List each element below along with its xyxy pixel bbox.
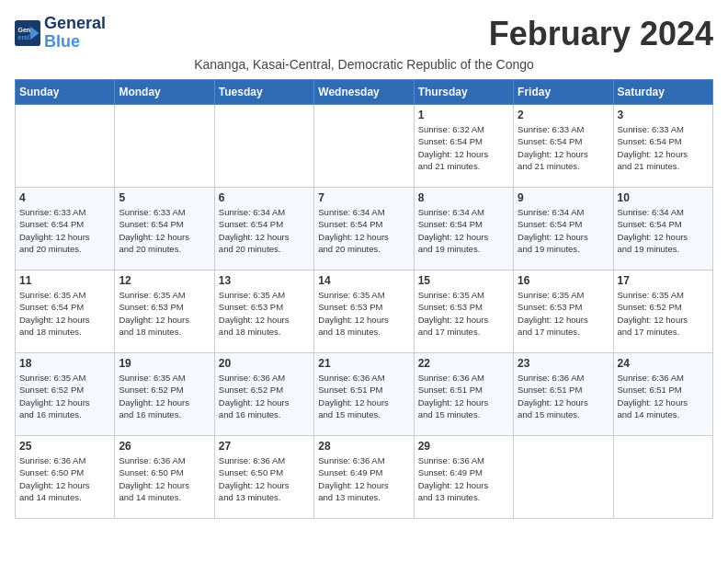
calendar-cell: 10Sunrise: 6:34 AM Sunset: 6:54 PM Dayli… <box>613 188 712 270</box>
calendar-header: Sunday Monday Tuesday Wednesday Thursday… <box>16 80 713 105</box>
calendar-cell: 26Sunrise: 6:36 AM Sunset: 6:50 PM Dayli… <box>115 436 214 519</box>
calendar-cell: 8Sunrise: 6:34 AM Sunset: 6:54 PM Daylig… <box>414 188 513 270</box>
calendar-cell <box>16 105 115 188</box>
calendar-cell: 12Sunrise: 6:35 AM Sunset: 6:53 PM Dayli… <box>115 270 214 353</box>
calendar-cell: 9Sunrise: 6:34 AM Sunset: 6:54 PM Daylig… <box>514 188 613 270</box>
day-number: 25 <box>19 440 110 453</box>
calendar-cell: 6Sunrise: 6:34 AM Sunset: 6:54 PM Daylig… <box>214 188 313 270</box>
day-number: 24 <box>618 357 709 370</box>
day-info: Sunrise: 6:33 AM Sunset: 6:54 PM Dayligh… <box>119 206 210 255</box>
day-info: Sunrise: 6:34 AM Sunset: 6:54 PM Dayligh… <box>318 206 409 255</box>
day-info: Sunrise: 6:34 AM Sunset: 6:54 PM Dayligh… <box>618 206 709 255</box>
day-number: 8 <box>418 191 509 204</box>
day-info: Sunrise: 6:36 AM Sunset: 6:51 PM Dayligh… <box>318 372 409 420</box>
header-monday: Monday <box>115 80 214 105</box>
day-info: Sunrise: 6:36 AM Sunset: 6:51 PM Dayligh… <box>618 372 709 420</box>
day-number: 20 <box>219 357 310 370</box>
day-number: 21 <box>318 357 409 370</box>
calendar-body: 1Sunrise: 6:32 AM Sunset: 6:54 PM Daylig… <box>16 105 713 519</box>
logo: Gen eral General Blue <box>15 15 106 52</box>
logo-icon: Gen eral <box>15 20 40 46</box>
day-info: Sunrise: 6:36 AM Sunset: 6:50 PM Dayligh… <box>119 454 210 503</box>
week-row-2: 4Sunrise: 6:33 AM Sunset: 6:54 PM Daylig… <box>16 188 713 270</box>
day-info: Sunrise: 6:36 AM Sunset: 6:49 PM Dayligh… <box>418 454 509 503</box>
location-text: Kananga, Kasai-Central, Democratic Repub… <box>15 57 713 72</box>
day-info: Sunrise: 6:36 AM Sunset: 6:52 PM Dayligh… <box>219 372 310 420</box>
calendar-cell: 28Sunrise: 6:36 AM Sunset: 6:49 PM Dayli… <box>314 436 414 519</box>
day-info: Sunrise: 6:36 AM Sunset: 6:51 PM Dayligh… <box>518 372 609 420</box>
day-number: 28 <box>318 440 409 453</box>
calendar-cell: 5Sunrise: 6:33 AM Sunset: 6:54 PM Daylig… <box>115 188 214 270</box>
calendar-cell: 4Sunrise: 6:33 AM Sunset: 6:54 PM Daylig… <box>16 188 115 270</box>
day-number: 26 <box>119 440 210 453</box>
week-row-3: 11Sunrise: 6:35 AM Sunset: 6:54 PM Dayli… <box>16 270 713 353</box>
day-info: Sunrise: 6:35 AM Sunset: 6:54 PM Dayligh… <box>19 289 110 338</box>
day-number: 13 <box>219 274 310 287</box>
day-number: 4 <box>19 191 110 204</box>
day-info: Sunrise: 6:36 AM Sunset: 6:50 PM Dayligh… <box>19 454 110 503</box>
calendar-cell: 22Sunrise: 6:36 AM Sunset: 6:51 PM Dayli… <box>414 353 513 436</box>
week-row-4: 18Sunrise: 6:35 AM Sunset: 6:52 PM Dayli… <box>16 353 713 436</box>
header-wednesday: Wednesday <box>314 80 414 105</box>
title-section: February 2024 <box>489 15 713 53</box>
calendar-cell: 21Sunrise: 6:36 AM Sunset: 6:51 PM Dayli… <box>314 353 414 436</box>
calendar-cell: 20Sunrise: 6:36 AM Sunset: 6:52 PM Dayli… <box>214 353 313 436</box>
day-number: 29 <box>418 440 509 453</box>
day-number: 11 <box>19 274 110 287</box>
day-number: 3 <box>618 109 709 121</box>
day-info: Sunrise: 6:33 AM Sunset: 6:54 PM Dayligh… <box>19 206 110 255</box>
day-info: Sunrise: 6:32 AM Sunset: 6:54 PM Dayligh… <box>418 123 509 172</box>
header-sunday: Sunday <box>16 80 115 105</box>
day-number: 22 <box>418 357 509 370</box>
calendar-cell: 23Sunrise: 6:36 AM Sunset: 6:51 PM Dayli… <box>514 353 613 436</box>
day-info: Sunrise: 6:34 AM Sunset: 6:54 PM Dayligh… <box>219 206 310 255</box>
calendar-cell <box>514 436 613 519</box>
day-info: Sunrise: 6:34 AM Sunset: 6:54 PM Dayligh… <box>518 206 609 255</box>
month-year-title: February 2024 <box>489 15 713 53</box>
day-number: 5 <box>119 191 210 204</box>
day-info: Sunrise: 6:33 AM Sunset: 6:54 PM Dayligh… <box>618 123 709 172</box>
svg-rect-2 <box>16 21 29 44</box>
day-info: Sunrise: 6:35 AM Sunset: 6:52 PM Dayligh… <box>618 289 709 338</box>
calendar-cell: 7Sunrise: 6:34 AM Sunset: 6:54 PM Daylig… <box>314 188 414 270</box>
calendar-cell: 15Sunrise: 6:35 AM Sunset: 6:53 PM Dayli… <box>414 270 513 353</box>
calendar-table: Sunday Monday Tuesday Wednesday Thursday… <box>15 79 713 519</box>
day-info: Sunrise: 6:36 AM Sunset: 6:51 PM Dayligh… <box>418 372 509 420</box>
day-info: Sunrise: 6:33 AM Sunset: 6:54 PM Dayligh… <box>518 123 609 172</box>
header-tuesday: Tuesday <box>214 80 313 105</box>
day-number: 17 <box>618 274 709 287</box>
day-info: Sunrise: 6:35 AM Sunset: 6:53 PM Dayligh… <box>119 289 210 338</box>
calendar-cell: 11Sunrise: 6:35 AM Sunset: 6:54 PM Dayli… <box>16 270 115 353</box>
calendar-cell <box>314 105 414 188</box>
day-number: 16 <box>518 274 609 287</box>
day-info: Sunrise: 6:35 AM Sunset: 6:52 PM Dayligh… <box>19 372 110 420</box>
header-saturday: Saturday <box>613 80 712 105</box>
day-number: 7 <box>318 191 409 204</box>
day-number: 12 <box>119 274 210 287</box>
calendar-cell: 25Sunrise: 6:36 AM Sunset: 6:50 PM Dayli… <box>16 436 115 519</box>
svg-text:Gen: Gen <box>18 26 31 32</box>
calendar-cell: 13Sunrise: 6:35 AM Sunset: 6:53 PM Dayli… <box>214 270 313 353</box>
day-info: Sunrise: 6:35 AM Sunset: 6:53 PM Dayligh… <box>418 289 509 338</box>
day-number: 14 <box>318 274 409 287</box>
calendar-cell: 17Sunrise: 6:35 AM Sunset: 6:52 PM Dayli… <box>613 270 712 353</box>
calendar-cell: 18Sunrise: 6:35 AM Sunset: 6:52 PM Dayli… <box>16 353 115 436</box>
svg-text:eral: eral <box>18 34 30 40</box>
day-number: 9 <box>518 191 609 204</box>
day-info: Sunrise: 6:34 AM Sunset: 6:54 PM Dayligh… <box>418 206 509 255</box>
calendar-cell: 1Sunrise: 6:32 AM Sunset: 6:54 PM Daylig… <box>414 105 513 188</box>
day-number: 6 <box>219 191 310 204</box>
calendar-cell: 29Sunrise: 6:36 AM Sunset: 6:49 PM Dayli… <box>414 436 513 519</box>
day-number: 19 <box>119 357 210 370</box>
day-number: 15 <box>418 274 509 287</box>
day-number: 18 <box>19 357 110 370</box>
week-row-5: 25Sunrise: 6:36 AM Sunset: 6:50 PM Dayli… <box>16 436 713 519</box>
day-number: 23 <box>518 357 609 370</box>
calendar-cell: 14Sunrise: 6:35 AM Sunset: 6:53 PM Dayli… <box>314 270 414 353</box>
day-info: Sunrise: 6:35 AM Sunset: 6:53 PM Dayligh… <box>219 289 310 338</box>
calendar-cell: 27Sunrise: 6:36 AM Sunset: 6:50 PM Dayli… <box>214 436 313 519</box>
calendar-cell: 19Sunrise: 6:35 AM Sunset: 6:52 PM Dayli… <box>115 353 214 436</box>
calendar-cell <box>214 105 313 188</box>
day-number: 10 <box>618 191 709 204</box>
day-info: Sunrise: 6:35 AM Sunset: 6:53 PM Dayligh… <box>518 289 609 338</box>
